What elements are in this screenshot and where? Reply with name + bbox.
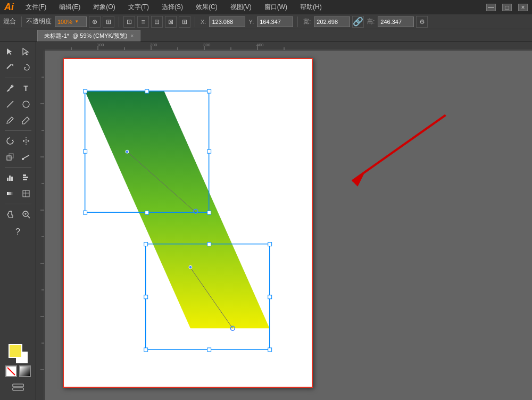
- graph-column-tool[interactable]: [3, 170, 18, 185]
- svg-text:200: 200: [150, 43, 157, 47]
- canvas-area[interactable]: 100 200 300 400: [36, 42, 532, 400]
- direct-select-tool[interactable]: [19, 44, 34, 59]
- scale-tool[interactable]: [3, 149, 18, 164]
- svg-rect-12: [7, 178, 9, 181]
- line-tool[interactable]: [3, 97, 18, 112]
- opacity-dropdown[interactable]: 100% ▼: [55, 16, 87, 27]
- toolbar-separator-1: [21, 16, 22, 27]
- svg-rect-17: [23, 179, 27, 180]
- tool-row-8: [3, 170, 34, 185]
- menu-help[interactable]: 帮助(H): [297, 2, 325, 13]
- main-area: T: [0, 42, 532, 400]
- svg-rect-15: [23, 174, 26, 176]
- menu-window[interactable]: 窗口(W): [261, 2, 290, 13]
- opacity-arrow: ▼: [74, 19, 79, 24]
- align-h-icon[interactable]: ≡: [137, 16, 149, 28]
- tool-row-10: [3, 207, 34, 222]
- handle-bl-top: [84, 211, 87, 214]
- zoom-tool[interactable]: [19, 207, 34, 222]
- toolbar: 混合 不透明度 100% ▼ ⊕ ⊞ ⊡ ≡ ⊟ ⊠ ⊞ X: 123.088 …: [0, 14, 532, 29]
- svg-rect-20: [23, 190, 29, 197]
- svg-marker-1: [11, 64, 13, 66]
- type-tool[interactable]: T: [19, 81, 34, 96]
- rotate-tool[interactable]: [3, 134, 18, 148]
- handle-tc-top: [145, 89, 149, 93]
- transform-icon[interactable]: ⊡: [123, 16, 135, 28]
- tool-row-7: [3, 149, 34, 164]
- tool-separator-3: [5, 167, 31, 168]
- dist-h-icon[interactable]: ⊠: [165, 16, 177, 28]
- svg-line-3: [7, 101, 13, 107]
- gradient-swatch[interactable]: [19, 365, 31, 377]
- tab-close-button[interactable]: ×: [131, 33, 134, 39]
- lasso-tool[interactable]: [19, 60, 34, 75]
- menu-select[interactable]: 选择(S): [159, 2, 186, 13]
- menu-view[interactable]: 视图(V): [227, 2, 255, 13]
- menu-object[interactable]: 对象(O): [90, 2, 118, 13]
- w-input[interactable]: 202.698: [314, 16, 350, 27]
- svg-rect-13: [9, 176, 11, 181]
- tool-row-3: T: [3, 81, 34, 96]
- svg-line-0: [7, 64, 11, 69]
- gradient-handle-start-bottom: [189, 265, 192, 269]
- menu-text[interactable]: 文字(T): [125, 2, 152, 13]
- svg-point-11: [22, 158, 24, 160]
- left-toolbar: T: [0, 42, 36, 400]
- maximize-button[interactable]: □: [502, 4, 512, 11]
- settings-icon[interactable]: ⚙: [416, 16, 428, 28]
- dist-v-icon[interactable]: ⊞: [179, 16, 190, 28]
- handle-br-top: [207, 211, 211, 214]
- w-label: 宽:: [303, 18, 311, 26]
- color-swatches: [5, 344, 31, 377]
- align-icon[interactable]: ⊞: [103, 16, 114, 28]
- menu-effect[interactable]: 效果(C): [193, 2, 221, 13]
- close-button[interactable]: ×: [518, 4, 528, 11]
- ellipse-tool[interactable]: [19, 97, 34, 112]
- menu-edit[interactable]: 编辑(E): [56, 2, 84, 13]
- tool-separator-4: [5, 204, 31, 204]
- handle-ml-bottom: [144, 295, 148, 299]
- none-swatch[interactable]: [5, 365, 17, 377]
- svg-rect-16: [23, 177, 28, 178]
- handle-mr-bottom: [268, 295, 272, 299]
- handle-br-bottom: [268, 348, 272, 352]
- handle-tc-bottom: [207, 243, 211, 246]
- pencil-tool[interactable]: [19, 113, 34, 128]
- reflect-tool[interactable]: [19, 134, 34, 148]
- handle-tr-top: [207, 89, 211, 93]
- warp-tool[interactable]: [19, 149, 34, 164]
- align-v-icon[interactable]: ⊟: [151, 16, 163, 28]
- svg-rect-28: [13, 384, 23, 387]
- select-tool[interactable]: [3, 44, 18, 59]
- magic-wand-tool[interactable]: [3, 60, 18, 75]
- graph-bar-tool[interactable]: [19, 170, 34, 185]
- menu-file[interactable]: 文件(F): [22, 2, 49, 13]
- tool-row-9: [3, 186, 34, 201]
- x-input[interactable]: 123.088: [209, 16, 245, 27]
- minimize-button[interactable]: —: [486, 4, 496, 11]
- swatch-pair[interactable]: [9, 344, 28, 363]
- document-canvas[interactable]: [63, 58, 313, 388]
- link-icon[interactable]: 🔗: [352, 16, 364, 28]
- ruler-corner: [36, 42, 45, 51]
- pen-tool[interactable]: [3, 81, 18, 96]
- question-mark[interactable]: ?: [15, 227, 20, 237]
- opacity-value: 100%: [57, 19, 72, 25]
- tool-row-5: [3, 113, 34, 128]
- layers-panel-toggle[interactable]: [11, 382, 26, 396]
- title-bar: Ai 文件(F) 编辑(E) 对象(O) 文字(T) 选择(S) 效果(C) 视…: [0, 0, 532, 14]
- gradient-handle-start-top: [126, 150, 129, 153]
- hand-tool[interactable]: [3, 207, 18, 222]
- handle-tl-bottom: [144, 243, 148, 246]
- document-tab[interactable]: 未标题-1* @ 59% (CMYK/预览) ×: [37, 30, 140, 41]
- mesh-tool[interactable]: [19, 186, 34, 201]
- foreground-color-swatch[interactable]: [9, 344, 22, 358]
- svg-marker-58: [352, 170, 366, 187]
- h-input[interactable]: 246.347: [378, 16, 414, 27]
- gradient-tool[interactable]: [3, 186, 18, 201]
- globe-icon[interactable]: ⊕: [89, 16, 101, 28]
- paintbrush-tool[interactable]: [3, 113, 18, 128]
- y-label: Y:: [248, 19, 254, 25]
- handle-bl-bottom: [144, 348, 148, 352]
- y-input[interactable]: 164.347: [257, 16, 293, 27]
